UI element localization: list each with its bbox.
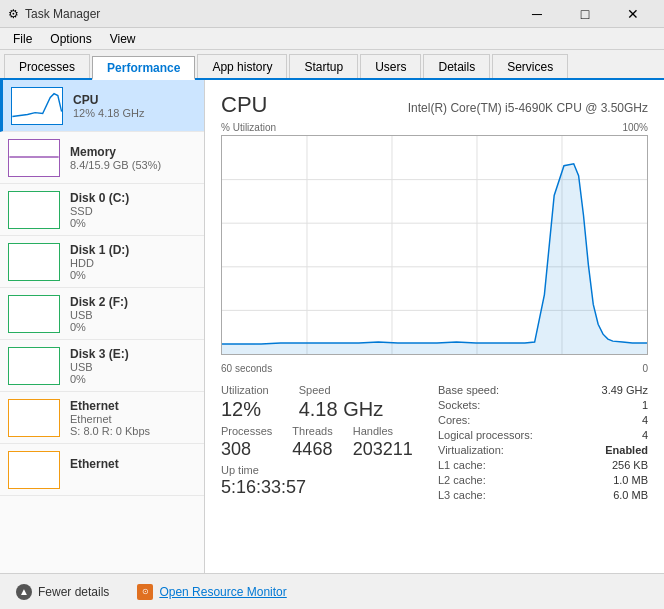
cores-value: 4: [642, 414, 648, 426]
tab-details[interactable]: Details: [423, 54, 490, 78]
sidebar-eth1-stats: S: 8.0 R: 0 Kbps: [70, 425, 196, 437]
sidebar-mem-stats: 8.4/15.9 GB (53%): [70, 159, 196, 171]
title-bar: ⚙ Task Manager ─ □ ✕: [0, 0, 664, 28]
maximize-button[interactable]: □: [562, 0, 608, 28]
sidebar-disk1-util: 0%: [70, 269, 196, 281]
spec-l2: L2 cache: 1.0 MB: [438, 474, 648, 486]
sidebar-disk2-type: USB: [70, 309, 196, 321]
app-icon: ⚙: [8, 7, 19, 21]
menu-bar: File Options View: [0, 28, 664, 50]
processes-stat: Processes 308: [221, 425, 272, 460]
sidebar-disk0-name: Disk 0 (C:): [70, 191, 196, 205]
open-resource-monitor-button[interactable]: ⊙ Open Resource Monitor: [133, 582, 290, 602]
sidebar-item-ethernet2[interactable]: Ethernet: [0, 444, 204, 496]
sidebar-item-ethernet1[interactable]: Ethernet Ethernet S: 8.0 R: 0 Kbps: [0, 392, 204, 444]
sidebar-mem-name: Memory: [70, 145, 196, 159]
tab-performance[interactable]: Performance: [92, 56, 195, 80]
tab-startup[interactable]: Startup: [289, 54, 358, 78]
spec-sockets: Sockets: 1: [438, 399, 648, 411]
sidebar-eth2-sub: [70, 471, 196, 483]
cpu-panel: CPU Intel(R) Core(TM) i5-4690K CPU @ 3.5…: [205, 80, 664, 573]
sidebar-item-cpu[interactable]: CPU 12% 4.18 GHz: [0, 80, 204, 132]
sidebar-disk2-graph: [8, 295, 60, 333]
menu-file[interactable]: File: [4, 29, 41, 49]
chevron-up-icon: ▲: [16, 584, 32, 600]
processes-value: 308: [221, 439, 272, 460]
sidebar-mem-graph: [8, 139, 60, 177]
sidebar-disk2-info: Disk 2 (F:) USB 0%: [70, 295, 196, 333]
sidebar-eth1-info: Ethernet Ethernet S: 8.0 R: 0 Kbps: [70, 399, 196, 437]
base-speed-label: Base speed:: [438, 384, 499, 396]
sidebar-disk0-type: SSD: [70, 205, 196, 217]
svg-rect-4: [9, 296, 58, 332]
sidebar-eth2-name: Ethernet: [70, 457, 196, 471]
sidebar-disk1-graph: [8, 243, 60, 281]
spec-l3: L3 cache: 6.0 MB: [438, 489, 648, 501]
sockets-label: Sockets:: [438, 399, 480, 411]
tab-app-history[interactable]: App history: [197, 54, 287, 78]
cores-label: Cores:: [438, 414, 470, 426]
l1-label: L1 cache:: [438, 459, 486, 471]
l2-value: 1.0 MB: [613, 474, 648, 486]
logical-procs-value: 4: [642, 429, 648, 441]
svg-rect-6: [9, 400, 58, 436]
spec-l1: L1 cache: 256 KB: [438, 459, 648, 471]
svg-rect-2: [9, 192, 58, 228]
sidebar-disk1-info: Disk 1 (D:) HDD 0%: [70, 243, 196, 281]
sidebar-eth1-graph: [8, 399, 60, 437]
tab-services[interactable]: Services: [492, 54, 568, 78]
sidebar-item-disk2[interactable]: Disk 2 (F:) USB 0%: [0, 288, 204, 340]
spec-base-speed: Base speed: 3.49 GHz: [438, 384, 648, 396]
sidebar-mem-info: Memory 8.4/15.9 GB (53%): [70, 145, 196, 171]
l2-label: L2 cache:: [438, 474, 486, 486]
utilization-label: Utilization: [221, 384, 269, 396]
spec-cores: Cores: 4: [438, 414, 648, 426]
window-controls: ─ □ ✕: [514, 0, 656, 28]
sidebar-eth2-info: Ethernet: [70, 457, 196, 483]
close-button[interactable]: ✕: [610, 0, 656, 28]
sidebar-item-disk0[interactable]: Disk 0 (C:) SSD 0%: [0, 184, 204, 236]
sidebar-item-disk1[interactable]: Disk 1 (D:) HDD 0%: [0, 236, 204, 288]
tab-bar: Processes Performance App history Startu…: [0, 50, 664, 80]
fewer-details-label: Fewer details: [38, 585, 109, 599]
speed-value: 4.18 GHz: [299, 398, 383, 421]
threads-value: 4468: [292, 439, 332, 460]
stats-area: Utilization 12% Speed 4.18 GHz Processes…: [221, 384, 648, 504]
sidebar-disk0-graph: [8, 191, 60, 229]
l3-value: 6.0 MB: [613, 489, 648, 501]
sidebar-eth2-graph: [8, 451, 60, 489]
fewer-details-button[interactable]: ▲ Fewer details: [12, 582, 113, 602]
speed-label: Speed: [299, 384, 383, 396]
sidebar-cpu-stats: 12% 4.18 GHz: [73, 107, 196, 119]
handles-label: Handles: [353, 425, 413, 437]
chart-label-top: % Utilization 100%: [221, 122, 648, 133]
l1-value: 256 KB: [612, 459, 648, 471]
sidebar-item-disk3[interactable]: Disk 3 (E:) USB 0%: [0, 340, 204, 392]
minimize-button[interactable]: ─: [514, 0, 560, 28]
main-content: CPU 12% 4.18 GHz Memory 8.4/15.9 GB (53%…: [0, 80, 664, 573]
sidebar-item-memory[interactable]: Memory 8.4/15.9 GB (53%): [0, 132, 204, 184]
sidebar-disk2-util: 0%: [70, 321, 196, 333]
tab-processes[interactable]: Processes: [4, 54, 90, 78]
tab-users[interactable]: Users: [360, 54, 421, 78]
chart-label-bottom: 60 seconds 0: [221, 363, 648, 374]
menu-options[interactable]: Options: [41, 29, 100, 49]
sidebar: CPU 12% 4.18 GHz Memory 8.4/15.9 GB (53%…: [0, 80, 205, 573]
utilization-stat: Utilization 12%: [221, 384, 269, 421]
menu-view[interactable]: View: [101, 29, 145, 49]
sockets-value: 1: [642, 399, 648, 411]
virt-label: Virtualization:: [438, 444, 504, 456]
sidebar-disk3-info: Disk 3 (E:) USB 0%: [70, 347, 196, 385]
svg-rect-1: [9, 140, 58, 176]
right-specs: Base speed: 3.49 GHz Sockets: 1 Cores: 4…: [438, 384, 648, 504]
chart-max-label: 100%: [622, 122, 648, 133]
speed-stat: Speed 4.18 GHz: [299, 384, 383, 421]
chart-util-label: % Utilization: [221, 122, 276, 133]
monitor-icon: ⊙: [137, 584, 153, 600]
spec-virtualization: Virtualization: Enabled: [438, 444, 648, 456]
sidebar-disk1-type: HDD: [70, 257, 196, 269]
left-stats: Utilization 12% Speed 4.18 GHz Processes…: [221, 384, 438, 504]
sidebar-eth1-type: Ethernet: [70, 413, 196, 425]
sidebar-cpu-graph: [11, 87, 63, 125]
open-resource-monitor-label: Open Resource Monitor: [159, 585, 286, 599]
